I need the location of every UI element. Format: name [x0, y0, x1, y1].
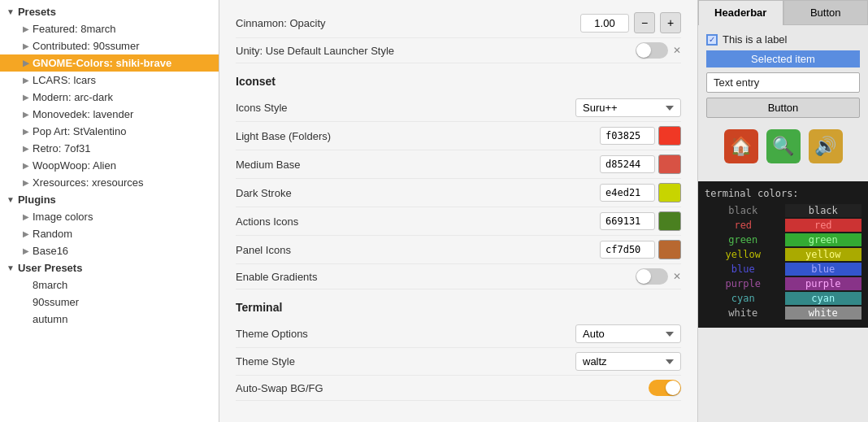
sidebar-item-xresources[interactable]: ▶ Xresources: xresources: [0, 174, 219, 191]
preview-button[interactable]: Button: [706, 98, 860, 118]
term-dark-yellow: yellow: [705, 248, 782, 261]
close-icon[interactable]: ✕: [673, 45, 681, 56]
sidebar-item-8march[interactable]: 8march: [0, 276, 219, 294]
row-medium-base: Medium Base: [236, 150, 681, 179]
terminal-title: Terminal: [236, 301, 681, 314]
term-row-green: green green: [705, 233, 861, 246]
preview-body: ✓ This is a label Selected item Text ent…: [698, 25, 868, 176]
auto-swap-controls: [649, 380, 681, 396]
term-row-cyan: cyan cyan: [705, 292, 861, 305]
toggle-knob: [636, 43, 651, 58]
preview-label-text: This is a label: [723, 33, 787, 46]
light-base-hex[interactable]: [600, 127, 655, 145]
close-icon[interactable]: ✕: [673, 271, 681, 282]
arrow-icon: ▶: [23, 246, 29, 255]
dark-stroke-hex[interactable]: [600, 184, 655, 202]
sidebar-item-random[interactable]: ▶ Random: [0, 225, 219, 242]
arrow-icon: ▶: [23, 161, 29, 170]
actions-icons-hex[interactable]: [600, 212, 655, 230]
plus-button[interactable]: +: [660, 12, 681, 33]
sidebar-item-woopwoop[interactable]: ▶ WoopWoop: Alien: [0, 157, 219, 174]
term-dark-black: black: [705, 204, 782, 217]
term-light-red: red: [785, 219, 862, 232]
theme-options-dropdown[interactable]: Auto: [575, 324, 681, 343]
medium-base-swatch[interactable]: [658, 154, 681, 174]
terminal-colors-title: terminal colors:: [705, 188, 861, 199]
row-dark-stroke: Dark Stroke: [236, 179, 681, 207]
theme-options-label: Theme Options: [236, 328, 575, 340]
medium-base-controls: [600, 154, 681, 174]
enable-gradients-toggle[interactable]: [636, 268, 668, 285]
light-base-swatch[interactable]: [658, 126, 681, 146]
sidebar-item-lcars[interactable]: ▶ LCARS: lcars: [0, 72, 219, 89]
sidebar-item-popart[interactable]: ▶ Pop Art: StValentino: [0, 123, 219, 140]
term-light-black: black: [785, 204, 862, 217]
home-icon[interactable]: 🏠: [724, 129, 758, 163]
tab-button[interactable]: Button: [783, 0, 869, 25]
panel-icons-swatch[interactable]: [658, 240, 681, 259]
theme-style-dropdown[interactable]: waltz: [575, 352, 681, 371]
volume-icon[interactable]: 🔊: [809, 129, 843, 163]
sidebar-item-contributed[interactable]: ▶ Contributed: 90ssumer: [0, 37, 219, 54]
main-content: Cinnamon: Opacity − + Unity: Use Default…: [219, 0, 697, 422]
row-enable-gradients: Enable Gradients ✕: [236, 264, 681, 289]
term-row-purple: purple purple: [705, 277, 861, 290]
icons-style-dropdown[interactable]: Suru++: [575, 98, 681, 117]
arrow-icon: ▶: [23, 127, 29, 136]
sidebar: ▼ Presets ▶ Featured: 8march ▶ Contribut…: [0, 0, 219, 422]
dark-stroke-swatch[interactable]: [658, 183, 681, 202]
preview-label-row: ✓ This is a label: [706, 33, 860, 46]
search-icon[interactable]: 🔍: [766, 129, 801, 163]
sidebar-section-user-presets[interactable]: ▼ User Presets: [0, 259, 219, 276]
icons-style-label: Icons Style: [236, 102, 575, 114]
preview-text-entry[interactable]: Text entry: [706, 72, 860, 93]
icons-style-controls: Suru++: [575, 98, 681, 117]
unity-launcher-toggle[interactable]: [636, 42, 668, 59]
unity-launcher-controls: ✕: [636, 42, 681, 59]
actions-icons-swatch[interactable]: [658, 211, 681, 231]
cinnamon-opacity-label: Cinnamon: Opacity: [236, 17, 580, 29]
toggle-knob: [666, 381, 680, 395]
terminal-colors-panel: terminal colors: black black red red gre…: [698, 181, 868, 328]
preview-tabs: Headerbar Button: [698, 0, 868, 25]
term-row-red: red red: [705, 219, 861, 232]
term-dark-blue: blue: [705, 263, 782, 276]
panel-icons-hex[interactable]: [600, 241, 655, 259]
sidebar-section-presets[interactable]: ▼ Presets: [0, 3, 219, 20]
sidebar-item-featured[interactable]: ▶ Featured: 8march: [0, 20, 219, 37]
term-light-green: green: [785, 233, 862, 246]
term-row-black: black black: [705, 204, 861, 217]
sidebar-item-base16[interactable]: ▶ Base16: [0, 242, 219, 259]
medium-base-hex[interactable]: [600, 155, 655, 173]
actions-icons-label: Actions Icons: [236, 215, 600, 228]
minus-button[interactable]: −: [634, 12, 655, 33]
sidebar-item-autumn[interactable]: autumn: [0, 311, 219, 328]
sidebar-section-user-presets-label: User Presets: [18, 262, 83, 274]
auto-swap-toggle[interactable]: [649, 380, 681, 396]
arrow-icon: ▶: [23, 59, 29, 67]
sidebar-item-90ssumer[interactable]: 90ssumer: [0, 294, 219, 311]
arrow-icon: ▶: [23, 41, 29, 50]
sidebar-item-gnome-colors[interactable]: ▶ GNOME-Colors: shiki-brave: [0, 54, 219, 72]
cinnamon-opacity-input[interactable]: [580, 14, 629, 33]
term-dark-red: red: [705, 219, 782, 232]
tab-headerbar[interactable]: Headerbar: [698, 0, 783, 25]
preview-selected-item: Selected item: [706, 50, 860, 67]
arrow-icon: ▶: [23, 110, 29, 119]
preview-checkbox[interactable]: ✓: [706, 34, 718, 46]
arrow-icon: ▶: [23, 229, 29, 238]
actions-icons-controls: [600, 211, 681, 231]
sidebar-section-plugins[interactable]: ▼ Plugins: [0, 191, 219, 208]
light-base-controls: [600, 126, 681, 146]
iconset-title: Iconset: [236, 75, 681, 88]
row-panel-icons: Panel Icons: [236, 236, 681, 264]
sidebar-item-modern[interactable]: ▶ Modern: arc-dark: [0, 89, 219, 106]
term-row-yellow: yellow yellow: [705, 248, 861, 261]
sidebar-item-retro[interactable]: ▶ Retro: 7of31: [0, 140, 219, 157]
panel-icons-controls: [600, 240, 681, 259]
sidebar-item-image-colors[interactable]: ▶ Image colors: [0, 208, 219, 225]
sidebar-item-monovedek[interactable]: ▶ Monovedek: lavender: [0, 106, 219, 123]
row-cinnamon-opacity: Cinnamon: Opacity − +: [236, 8, 681, 38]
arrow-icon: ▼: [7, 7, 15, 16]
term-row-blue: blue blue: [705, 263, 861, 276]
